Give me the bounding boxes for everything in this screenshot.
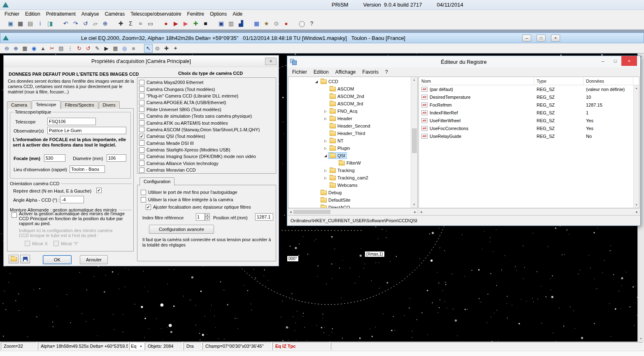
curve-fit-icon[interactable]: ≈ — [136, 19, 145, 28]
draw-pen-icon[interactable]: ✎ — [93, 44, 102, 53]
tree-item-fno-acq[interactable]: ▷FNO_Acq — [288, 107, 411, 115]
checkbox-icon[interactable] — [139, 120, 144, 126]
observer-input[interactable] — [47, 127, 126, 134]
undo-icon[interactable]: ↶ — [61, 19, 70, 28]
camera-type-option[interactable]: Caméras Meade DSI III — [139, 140, 276, 147]
checkbox-icon[interactable] — [139, 107, 144, 112]
autoguider-icon[interactable]: ✚ — [191, 19, 200, 28]
blank-tool-icon[interactable]: ■ — [129, 44, 138, 53]
checkbox-checked-icon[interactable]: ✔ — [146, 205, 151, 210]
registry-menu-favoris[interactable]: Favoris — [359, 68, 382, 76]
scroll-down-icon[interactable]: ▼ — [640, 336, 642, 342]
print-icon[interactable]: ▤ — [26, 19, 35, 28]
print-view-icon[interactable]: ▤ — [57, 44, 65, 53]
menu-options[interactable]: Options — [207, 10, 230, 18]
tree-collapsed-icon[interactable]: ▷ — [323, 147, 328, 150]
lieu-input[interactable] — [70, 165, 105, 173]
cancel-button[interactable]: Annuler — [80, 255, 108, 264]
redo-icon[interactable]: ↷ — [71, 19, 80, 28]
globe-map-icon[interactable]: ◯ — [297, 19, 307, 28]
measure-icon[interactable]: ⋮ — [66, 44, 74, 53]
camera-type-option[interactable]: Caméras Starlight-Xpress (Modèles USB) — [139, 147, 276, 153]
menu-edition[interactable]: Edition — [22, 10, 43, 18]
registry-menu-item[interactable]: ? — [382, 68, 391, 76]
tree-collapsed-icon[interactable]: ▷ — [323, 169, 328, 172]
close-button[interactable]: × — [551, 35, 560, 42]
menu-pr-traitement[interactable]: Prétraitement — [43, 10, 79, 18]
scroll-up-icon[interactable]: ▲ — [635, 85, 638, 91]
spinner-down-icon[interactable]: ▼ — [205, 217, 210, 221]
scrollbar-thumb[interactable] — [412, 128, 417, 153]
tree-collapsed-icon[interactable]: ▷ — [323, 176, 328, 180]
config-option[interactable]: Utiliser le port de mvt fins pour l'auto… — [141, 188, 274, 196]
save-settings-button[interactable] — [20, 255, 30, 263]
open-settings-button[interactable] — [9, 255, 19, 263]
telescope-input[interactable] — [47, 118, 96, 125]
dialog-titlebar[interactable]: Propriétés d'acquisition [Caméra Princip… — [4, 56, 279, 67]
camera-guide-icon[interactable]: ● — [281, 19, 291, 28]
snapshot-icon[interactable]: ▦ — [21, 44, 29, 53]
tab-divers[interactable]: Divers — [99, 101, 120, 109]
tree-collapsed-icon[interactable]: ▷ — [323, 139, 328, 143]
scroll-left-icon[interactable]: ◀ — [420, 210, 422, 213]
advanced-configuration-button[interactable]: Configuration avancée — [149, 225, 214, 234]
spinner-up-icon[interactable]: ▲ — [205, 213, 210, 217]
miroir-y-checkbox-icon[interactable] — [53, 241, 59, 246]
ephemeris-table-icon[interactable]: ▦ — [111, 44, 120, 53]
camera-type-option[interactable]: Caméra Chungara (Tout modèles) — [139, 86, 276, 92]
camera-type-option[interactable]: "Plug-in" Camera CCD (Librairie DLL exte… — [139, 93, 276, 99]
scroll-right-icon[interactable]: ▶ — [636, 210, 638, 213]
column-header-type[interactable]: Type — [534, 77, 584, 85]
tab-telescope[interactable]: Telescope — [32, 100, 60, 109]
camera-type-option[interactable]: Pilote Universel SBIG (Tout modèles) — [139, 106, 276, 113]
export-image-icon[interactable]: ◨ — [45, 19, 55, 28]
camera-type-option[interactable]: ✔Caméras QSI (Tout modèles) — [139, 133, 276, 140]
registry-value-row[interactable]: abUseRelayGuideREG_SZNo — [419, 132, 633, 140]
ccd-sensor-icon[interactable]: ■ — [201, 19, 210, 28]
tree-item-directacq[interactable]: DirectACQ — [288, 204, 411, 208]
tree-item-ascom-2nd[interactable]: ASCOM_2nd — [288, 93, 411, 100]
checkbox-icon[interactable] — [139, 114, 144, 119]
save-disk-icon[interactable]: ▣ — [216, 19, 226, 28]
camera-type-option[interactable]: Camera APOGEE ALTA (USB/Ethernet) — [139, 99, 276, 106]
open-image-icon[interactable]: ▣ — [6, 19, 15, 28]
camera-type-option[interactable]: Caméras Imaging Source (DFK/DMK) mode no… — [139, 153, 276, 160]
checkbox-icon[interactable] — [141, 197, 146, 202]
tree-collapsed-icon[interactable]: ▷ — [323, 109, 328, 113]
close-button[interactable]: × — [621, 56, 637, 66]
tree-horizontal-scrollbar[interactable]: ◀ ▶ — [288, 208, 418, 215]
scroll-down-icon[interactable]: ▼ — [413, 202, 416, 208]
checkbox-icon[interactable] — [139, 168, 144, 173]
tree-item-plugin[interactable]: ▷Plugin — [288, 144, 411, 152]
maximize-button[interactable]: □ — [609, 56, 621, 66]
tree-item-filterw[interactable]: FilterW — [288, 159, 411, 167]
checkbox-icon[interactable] — [139, 100, 144, 105]
video-capture-icon[interactable]: ▶ — [171, 19, 181, 28]
rotate-field-icon[interactable]: ↻ — [75, 44, 84, 53]
star-detection-icon[interactable]: ★ — [262, 19, 271, 28]
values-vertical-scrollbar[interactable]: ▲ ▼ — [633, 85, 639, 208]
activer-checkbox-icon[interactable] — [12, 212, 17, 218]
help-icon[interactable]: ? — [307, 19, 316, 28]
tree-item-qsi[interactable]: ◢QSI — [288, 152, 411, 159]
menu-cam-ras[interactable]: Caméras — [102, 10, 128, 18]
registry-value-row[interactable]: abIndexFilterRefREG_SZ1 — [419, 109, 633, 116]
checkbox-icon[interactable] — [139, 161, 144, 166]
filter-index-input[interactable] — [196, 213, 205, 221]
ok-button[interactable]: OK — [43, 255, 72, 264]
checkbox-icon[interactable] — [139, 93, 144, 98]
center-crosshair-icon[interactable]: ✚ — [162, 44, 171, 53]
diametre-input[interactable] — [107, 154, 126, 162]
tree-item-defaultsite[interactable]: DefaultSite — [288, 196, 411, 204]
checkbox-icon[interactable] — [139, 140, 144, 146]
registry-menu-affichage[interactable]: Affichage — [332, 68, 359, 76]
tree-item-webcams[interactable]: Webcams — [288, 181, 411, 189]
settings-gear-icon[interactable]: ⊙ — [272, 19, 281, 28]
grid-overlay-icon[interactable]: ▦ — [252, 19, 261, 28]
tree-item-ascom-3rd[interactable]: ASCOM_3rd — [288, 100, 411, 107]
scroll-up-icon[interactable]: ▲ — [413, 77, 416, 83]
menu-fen-tre[interactable]: Fenêtre — [184, 10, 207, 18]
registry-menu-fichier[interactable]: Fichier — [289, 68, 310, 76]
config-option[interactable]: Utiliser la roue à filtre intégrée à la … — [141, 196, 274, 203]
camera-type-option[interactable]: Caméra Maya2000 Ethernet — [139, 79, 276, 86]
